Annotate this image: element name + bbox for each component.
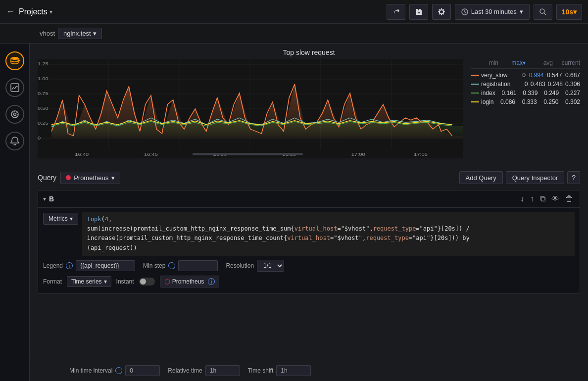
datasource-select[interactable]: Prometheus ▾ [60, 172, 120, 184]
metrics-arrow: ▾ [70, 215, 73, 222]
min-step-input[interactable] [178, 260, 218, 271]
chart-svg: 0 0.25 0.50 0.75 1.00 1.25 16:40 16:45 1… [38, 59, 463, 158]
min-step-label: Min step [143, 262, 165, 269]
vhost-arrow: ▾ [93, 30, 97, 37]
settings-button[interactable] [432, 4, 451, 20]
svg-text:0.50: 0.50 [38, 106, 49, 111]
legend-max-header[interactable]: max▾ [498, 59, 526, 66]
format-arrow: ▾ [104, 278, 107, 285]
project-arrow: ▾ [49, 8, 52, 15]
vhost-value[interactable]: nginx.test ▾ [58, 28, 102, 39]
svg-rect-4 [11, 84, 19, 92]
min-step-info-icon[interactable]: i [168, 262, 175, 269]
svg-text:0.25: 0.25 [38, 121, 49, 126]
resolution-label: Resolution [226, 262, 254, 269]
chart-legend: min max▾ avg current very_slow 0 0.994 0… [471, 59, 580, 160]
resolution-select[interactable]: 1/1 1/2 1/3 [257, 260, 284, 272]
svg-text:17:00: 17:00 [351, 152, 365, 157]
instant-label: Instant [116, 278, 134, 285]
legend-color-index [471, 93, 479, 94]
share-icon [392, 8, 400, 16]
prometheus-badge-label: Prometheus [172, 278, 204, 285]
query-block-b: ▾ B ↓ ↑ ⧉ 👁 🗑 Metrics ▾ [38, 190, 580, 294]
sidebar-item-graph[interactable] [5, 78, 24, 97]
legend-name-login: login [481, 98, 493, 105]
query-panel: Query Prometheus ▾ Add Query Query Inspe… [30, 165, 588, 360]
legend-row-login[interactable]: login 0.086 0.333 0.250 0.302 [471, 97, 580, 106]
legend-row-registration[interactable]: registration 0 0.483 0.248 0.306 [471, 80, 580, 89]
legend-name-very-slow: very_slow [481, 72, 507, 79]
legend-min-header: min [471, 59, 498, 66]
legend-current-header: current [553, 59, 580, 66]
legend-color-registration [471, 84, 479, 85]
time-shift-input[interactable] [276, 365, 311, 376]
back-icon: ← [6, 6, 15, 17]
legend-input[interactable] [76, 260, 135, 271]
legend-label: Legend [43, 262, 63, 269]
vhost-label: vhost [40, 30, 55, 37]
sidebar-item-settings[interactable] [5, 105, 24, 124]
min-interval-info-icon[interactable]: i [115, 367, 122, 374]
sidebar-item-alerts[interactable] [5, 132, 24, 150]
datasource-dot [66, 175, 71, 180]
legend-row-very-slow[interactable]: very_slow 0 0.994 0.547 0.687 [471, 71, 580, 80]
query-block-id: B [49, 195, 54, 203]
metrics-button[interactable]: Metrics ▾ [43, 213, 78, 225]
svg-point-6 [13, 113, 16, 116]
instant-toggle[interactable] [139, 278, 155, 286]
legend-name-index: index [481, 90, 495, 96]
refresh-rate-button[interactable]: 10s ▾ [556, 4, 582, 20]
bottom-options: Min time interval i Relative time Time s… [30, 360, 588, 381]
prometheus-info-icon[interactable]: i [208, 278, 215, 285]
back-button[interactable]: ← [6, 6, 15, 17]
svg-text:16:40: 16:40 [75, 152, 89, 157]
share-button[interactable] [387, 4, 405, 20]
graph-icon [10, 83, 20, 93]
min-interval-input[interactable] [125, 365, 160, 376]
prometheus-icon: ⬡ [164, 278, 170, 286]
add-query-button[interactable]: Add Query [459, 171, 503, 184]
format-label: Format [43, 278, 62, 285]
delete-icon[interactable]: 🗑 [564, 194, 575, 203]
svg-text:1.00: 1.00 [38, 76, 49, 81]
svg-point-2 [11, 57, 19, 60]
sidebar [0, 44, 30, 381]
time-shift-label: Time shift [248, 367, 274, 374]
svg-rect-33 [193, 153, 303, 155]
query-code[interactable]: topk(4, sum(increase(promtail_custom_htt… [82, 212, 575, 256]
legend-name-registration: registration [481, 81, 510, 88]
prometheus-badge[interactable]: ⬡ Prometheus i [160, 276, 220, 287]
refresh-arrow: ▾ [573, 8, 577, 16]
min-interval-label: Min time interval [69, 367, 112, 374]
svg-text:0.75: 0.75 [38, 91, 49, 96]
chart-panel: Top slow request [30, 44, 588, 165]
datasource-arrow: ▾ [111, 174, 115, 182]
legend-color-login [471, 101, 479, 102]
legend-info-icon[interactable]: i [66, 262, 73, 269]
project-title[interactable]: Projects ▾ [19, 7, 52, 16]
query-inspector-button[interactable]: Query Inspector [506, 171, 565, 184]
format-select[interactable]: Time series ▾ [67, 276, 111, 287]
sidebar-item-datasource[interactable] [5, 51, 24, 70]
svg-text:17:05: 17:05 [414, 152, 428, 157]
search-icon [539, 8, 547, 16]
save-button[interactable] [409, 4, 428, 20]
svg-point-1 [540, 9, 544, 13]
duplicate-icon[interactable]: ⧉ [539, 194, 547, 203]
move-up-icon[interactable]: ↑ [529, 194, 536, 203]
move-down-icon[interactable]: ↓ [519, 194, 526, 203]
search-button[interactable] [534, 4, 552, 20]
relative-time-input[interactable] [205, 365, 240, 376]
legend-row-index[interactable]: index 0.161 0.339 0.249 0.227 [471, 89, 580, 97]
visibility-icon[interactable]: 👁 [550, 194, 561, 203]
gear-icon [10, 109, 20, 119]
time-range-button[interactable]: Last 30 minutes ▾ [455, 4, 530, 20]
chart-title: Top slow request [38, 48, 580, 56]
collapse-arrow[interactable]: ▾ [43, 195, 46, 202]
query-help-button[interactable]: ? [567, 171, 580, 184]
bell-icon [10, 136, 20, 146]
legend-color-very-slow [471, 75, 479, 76]
database-icon [9, 55, 20, 66]
svg-text:0: 0 [38, 136, 41, 141]
legend-avg-header: avg [526, 59, 553, 66]
